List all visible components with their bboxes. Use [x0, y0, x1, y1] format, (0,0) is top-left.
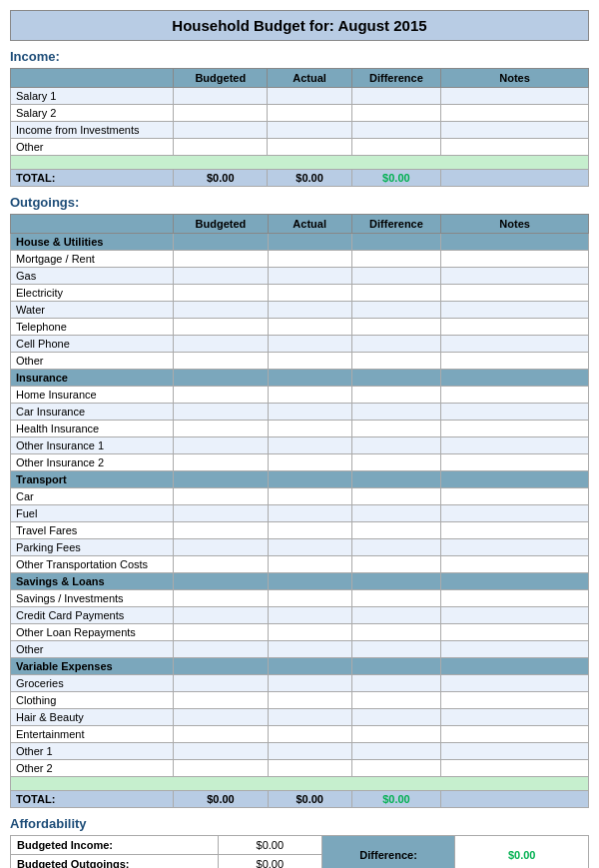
item-notes[interactable]	[441, 556, 589, 573]
item-actual[interactable]	[268, 454, 351, 471]
category-actual	[268, 234, 351, 251]
item-budgeted[interactable]	[174, 251, 268, 268]
item-notes[interactable]	[441, 522, 589, 539]
item-notes[interactable]	[441, 454, 589, 471]
item-budgeted[interactable]	[174, 522, 268, 539]
item-notes[interactable]	[441, 285, 589, 302]
item-budgeted[interactable]	[174, 709, 268, 726]
item-actual[interactable]	[268, 421, 351, 437]
item-budgeted[interactable]	[174, 539, 268, 556]
item-budgeted[interactable]	[174, 488, 268, 505]
item-actual[interactable]	[268, 692, 351, 709]
item-notes[interactable]	[441, 421, 589, 437]
item-notes[interactable]	[441, 709, 589, 726]
item-actual[interactable]	[268, 760, 351, 777]
item-actual[interactable]	[268, 590, 351, 607]
item-budgeted[interactable]	[174, 437, 268, 454]
item-notes[interactable]	[441, 760, 589, 777]
income-row-actual[interactable]	[268, 88, 351, 105]
income-row-notes[interactable]	[441, 139, 589, 156]
income-row-budgeted[interactable]	[174, 139, 268, 156]
item-notes[interactable]	[441, 692, 589, 709]
item-notes[interactable]	[441, 488, 589, 505]
item-budgeted[interactable]	[174, 624, 268, 641]
item-actual[interactable]	[268, 387, 351, 404]
item-actual[interactable]	[268, 437, 351, 454]
item-budgeted[interactable]	[174, 675, 268, 692]
item-actual[interactable]	[268, 251, 351, 268]
item-budgeted[interactable]	[174, 421, 268, 437]
item-notes[interactable]	[441, 336, 589, 353]
income-row-budgeted[interactable]	[174, 122, 268, 139]
item-actual[interactable]	[268, 488, 351, 505]
item-actual[interactable]	[268, 641, 351, 658]
item-actual[interactable]	[268, 302, 351, 319]
item-notes[interactable]	[441, 268, 589, 285]
item-notes[interactable]	[441, 624, 589, 641]
income-row-actual[interactable]	[268, 105, 351, 122]
item-notes[interactable]	[441, 539, 589, 556]
item-budgeted[interactable]	[174, 336, 268, 353]
item-notes[interactable]	[441, 319, 589, 336]
item-actual[interactable]	[268, 675, 351, 692]
item-budgeted[interactable]	[174, 726, 268, 743]
item-actual[interactable]	[268, 624, 351, 641]
item-budgeted[interactable]	[174, 404, 268, 421]
item-actual[interactable]	[268, 726, 351, 743]
item-notes[interactable]	[441, 404, 589, 421]
item-actual[interactable]	[268, 285, 351, 302]
income-row-actual[interactable]	[268, 122, 351, 139]
item-notes[interactable]	[441, 641, 589, 658]
item-budgeted[interactable]	[174, 285, 268, 302]
item-budgeted[interactable]	[174, 454, 268, 471]
item-budgeted[interactable]	[174, 268, 268, 285]
category-budgeted	[174, 573, 268, 590]
item-budgeted[interactable]	[174, 692, 268, 709]
category-actual	[268, 471, 351, 488]
item-label: Fuel	[11, 505, 174, 522]
income-row-budgeted[interactable]	[174, 105, 268, 122]
income-row-actual[interactable]	[268, 139, 351, 156]
item-actual[interactable]	[268, 319, 351, 336]
item-actual[interactable]	[268, 336, 351, 353]
item-budgeted[interactable]	[174, 319, 268, 336]
item-notes[interactable]	[441, 302, 589, 319]
item-notes[interactable]	[441, 743, 589, 760]
item-budgeted[interactable]	[174, 641, 268, 658]
item-notes[interactable]	[441, 505, 589, 522]
item-notes[interactable]	[441, 726, 589, 743]
item-actual[interactable]	[268, 404, 351, 421]
income-row-notes[interactable]	[441, 88, 589, 105]
item-budgeted[interactable]	[174, 760, 268, 777]
item-budgeted[interactable]	[174, 607, 268, 624]
income-row-notes[interactable]	[441, 122, 589, 139]
item-label: Mortgage / Rent	[11, 251, 174, 268]
category-label: Insurance	[11, 370, 174, 387]
item-notes[interactable]	[441, 353, 589, 370]
item-notes[interactable]	[441, 675, 589, 692]
item-actual[interactable]	[268, 268, 351, 285]
item-budgeted[interactable]	[174, 302, 268, 319]
item-budgeted[interactable]	[174, 743, 268, 760]
item-budgeted[interactable]	[174, 556, 268, 573]
item-actual[interactable]	[268, 522, 351, 539]
item-actual[interactable]	[268, 505, 351, 522]
outgoings-item-row: Other	[11, 353, 589, 370]
item-budgeted[interactable]	[174, 387, 268, 404]
item-actual[interactable]	[268, 607, 351, 624]
item-actual[interactable]	[268, 539, 351, 556]
item-actual[interactable]	[268, 556, 351, 573]
income-row-budgeted[interactable]	[174, 88, 268, 105]
item-notes[interactable]	[441, 251, 589, 268]
item-notes[interactable]	[441, 607, 589, 624]
item-budgeted[interactable]	[174, 505, 268, 522]
income-row-notes[interactable]	[441, 105, 589, 122]
item-actual[interactable]	[268, 353, 351, 370]
item-actual[interactable]	[268, 709, 351, 726]
item-notes[interactable]	[441, 437, 589, 454]
item-notes[interactable]	[441, 387, 589, 404]
item-actual[interactable]	[268, 743, 351, 760]
item-notes[interactable]	[441, 590, 589, 607]
item-budgeted[interactable]	[174, 590, 268, 607]
item-budgeted[interactable]	[174, 353, 268, 370]
